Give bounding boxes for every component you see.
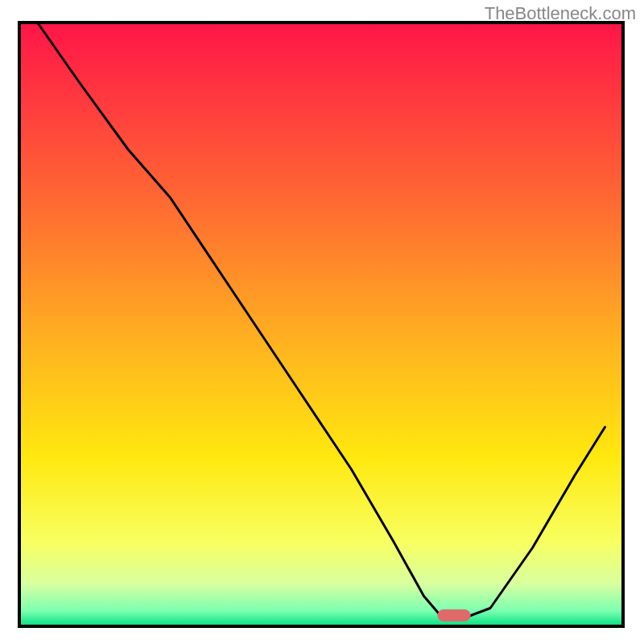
bottleneck-chart [0,0,644,644]
chart-container: TheBottleneck.com [0,0,644,644]
watermark-text: TheBottleneck.com [485,3,636,24]
plot-background [19,23,623,626]
optimal-marker [437,609,470,621]
